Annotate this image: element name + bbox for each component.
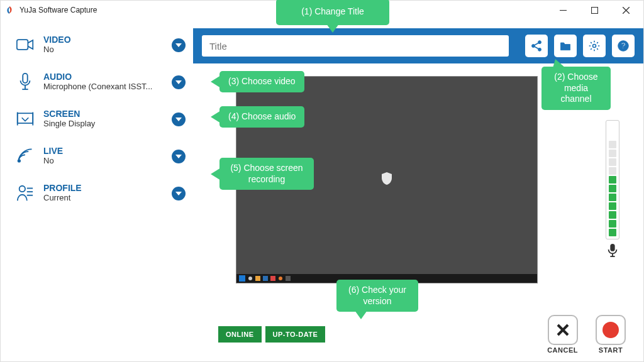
profile-value: Current	[43, 193, 157, 202]
sidebar-item-video[interactable]: VIDEO No	[16, 35, 193, 54]
maximize-button[interactable]	[580, 1, 608, 19]
audio-value: Microphone (Conexant ISST...	[43, 82, 157, 91]
close-button[interactable]	[612, 1, 640, 19]
sidebar-item-screen[interactable]: SCREEN Single Display	[16, 109, 193, 128]
annotation-6: (6) Check your version	[336, 280, 418, 312]
chevron-down-icon[interactable]	[172, 38, 186, 52]
audio-level-meter	[606, 120, 619, 239]
svg-text:?: ?	[621, 41, 626, 50]
app-logo-icon	[4, 5, 14, 15]
sidebar: VIDEO No AUDIO Microphone (Conexant ISST…	[1, 19, 193, 307]
window-controls	[549, 1, 640, 19]
status-uptodate: UP-TO-DATE	[265, 326, 326, 343]
window-title: YuJa Software Capture	[19, 6, 97, 14]
svg-line-19	[535, 43, 538, 45]
svg-point-17	[538, 41, 541, 44]
live-icon	[16, 146, 35, 165]
annotation-1: (1) Change Title	[276, 0, 389, 25]
svg-line-20	[535, 47, 538, 48]
svg-point-25	[248, 277, 252, 280]
status-online: ONLINE	[218, 326, 262, 343]
start-button[interactable]: START	[596, 315, 626, 354]
svg-rect-31	[610, 244, 614, 251]
chevron-down-icon[interactable]	[172, 75, 186, 89]
annotation-4: (4) Choose audio	[219, 106, 304, 128]
svg-rect-5	[23, 73, 27, 82]
annotation-2: (2) Choose media channel	[541, 67, 611, 110]
audio-icon	[16, 72, 35, 91]
live-label: LIVE	[43, 146, 193, 156]
annotation-3: (3) Choose video	[219, 71, 304, 92]
shield-icon	[382, 172, 392, 187]
settings-button[interactable]	[583, 35, 606, 57]
screen-icon	[16, 109, 35, 128]
sidebar-item-live[interactable]: LIVE No	[16, 146, 193, 165]
video-value: No	[43, 45, 157, 54]
microphone-icon	[607, 243, 618, 260]
svg-rect-15	[27, 194, 33, 195]
screen-label: SCREEN	[43, 109, 193, 119]
sidebar-item-profile[interactable]: PROFILE Current	[16, 183, 193, 202]
svg-rect-14	[27, 191, 33, 192]
share-button[interactable]	[525, 35, 548, 57]
folder-button[interactable]	[554, 35, 577, 57]
svg-rect-27	[263, 276, 268, 281]
cancel-button[interactable]: CANCEL	[547, 315, 578, 354]
svg-rect-13	[27, 187, 33, 189]
svg-rect-4	[17, 40, 28, 50]
chevron-down-icon[interactable]	[172, 187, 186, 200]
record-icon	[602, 322, 619, 338]
audio-label: AUDIO	[43, 72, 193, 82]
app-window: YuJa Software Capture VIDEO No	[0, 0, 644, 362]
live-value: No	[43, 156, 157, 165]
sidebar-item-audio[interactable]: AUDIO Microphone (Conexant ISST...	[16, 72, 193, 91]
screen-value: Single Display	[43, 119, 157, 128]
chevron-down-icon[interactable]	[172, 112, 186, 126]
topbar: ?	[193, 28, 643, 63]
svg-rect-30	[286, 276, 291, 281]
title-input[interactable]	[202, 35, 509, 57]
svg-rect-28	[270, 276, 275, 281]
svg-rect-1	[591, 7, 597, 13]
svg-point-11	[18, 160, 21, 162]
footer: ONLINE UP-TO-DATE CANCEL START	[1, 307, 643, 361]
svg-point-16	[532, 45, 535, 48]
svg-point-12	[19, 185, 25, 191]
minimize-button[interactable]	[549, 1, 577, 19]
svg-point-29	[279, 277, 282, 280]
help-button[interactable]: ?	[612, 35, 635, 57]
annotation-5: (5) Choose screen recording	[219, 158, 314, 190]
profile-icon	[16, 184, 35, 202]
svg-point-21	[593, 45, 596, 48]
video-icon	[16, 35, 35, 54]
svg-rect-26	[255, 276, 260, 281]
profile-label: PROFILE	[43, 183, 193, 193]
video-label: VIDEO	[43, 35, 193, 45]
chevron-down-icon[interactable]	[172, 150, 186, 163]
svg-rect-24	[239, 275, 245, 282]
svg-point-18	[538, 48, 541, 51]
